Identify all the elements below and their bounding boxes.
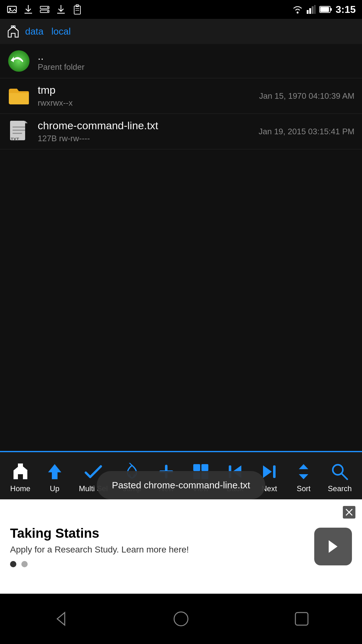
storage-icon — [39, 4, 50, 15]
svg-point-23 — [8, 50, 30, 72]
file-meta-chrome: 127B rw-rw---- — [38, 134, 259, 143]
breadcrumb-path: data local — [25, 26, 71, 37]
svg-rect-10 — [74, 6, 80, 14]
svg-point-6 — [47, 7, 48, 8]
ad-subtitle: Apply for a Research Study. Learn more h… — [10, 545, 314, 555]
toolbar-up-label: Up — [50, 484, 59, 493]
file-name-chrome: chrome-command-line.txt — [38, 119, 259, 132]
search-toolbar-icon — [330, 462, 350, 482]
file-info-chrome: chrome-command-line.txt 127B rw-rw---- — [38, 119, 259, 143]
svg-rect-53 — [295, 613, 308, 625]
gallery-icon — [6, 4, 18, 15]
svg-point-7 — [47, 11, 48, 12]
svg-marker-47 — [329, 540, 337, 553]
navigation-bar — [0, 594, 362, 644]
ad-close-button[interactable] — [341, 504, 357, 520]
folder-item-tmp[interactable]: tmp rwxrwx--x Jan 15, 1970 04:10:39 AM — [0, 78, 362, 114]
ad-arrow-button[interactable] — [314, 528, 352, 565]
toolbar-up[interactable]: Up — [38, 458, 71, 496]
file-item-chrome-txt[interactable]: TXT chrome-command-line.txt 127B rw-rw--… — [0, 114, 362, 149]
svg-rect-17 — [312, 6, 314, 14]
dot-1 — [10, 561, 16, 567]
status-icons-left — [6, 4, 83, 15]
toolbar-search[interactable]: Search — [321, 458, 358, 496]
txt-file-icon: TXT — [8, 120, 30, 143]
svg-rect-35 — [193, 464, 200, 471]
download2-icon — [55, 4, 67, 15]
svg-line-32 — [129, 463, 132, 465]
status-bar: 3:15 — [0, 0, 362, 19]
toolbar-sort-label: Sort — [297, 484, 310, 493]
svg-rect-42 — [273, 465, 276, 478]
sort-toolbar-icon — [293, 462, 314, 482]
file-date-chrome: Jan 19, 2015 03:15:41 PM — [259, 127, 354, 136]
toolbar-home[interactable]: Home — [4, 458, 37, 496]
svg-marker-43 — [299, 464, 308, 469]
svg-rect-36 — [201, 464, 208, 471]
file-info-tmp: tmp rwxrwx--x — [38, 84, 259, 108]
ad-content: Taking Statins Apply for a Research Stud… — [10, 526, 314, 567]
svg-rect-18 — [314, 5, 315, 14]
breadcrumb-bar: data local — [0, 19, 362, 44]
svg-rect-20 — [331, 8, 332, 11]
clipboard-icon — [72, 4, 83, 15]
svg-point-1 — [9, 8, 11, 10]
parent-dots: .. — [38, 50, 85, 62]
svg-line-46 — [342, 474, 347, 479]
nav-recent-button[interactable] — [286, 603, 317, 635]
download-icon — [23, 4, 34, 15]
svg-rect-15 — [307, 10, 309, 14]
home-breadcrumb-icon[interactable] — [6, 25, 20, 38]
wifi-icon — [292, 5, 303, 14]
svg-marker-31 — [48, 464, 61, 479]
nav-home-button[interactable] — [165, 603, 197, 635]
file-date-tmp: Jan 15, 1970 04:10:39 AM — [259, 91, 354, 101]
file-list: .. Parent folder tmp rwxrwx--x Jan 15, 1… — [0, 44, 362, 449]
svg-rect-16 — [309, 8, 311, 14]
folder-icon — [8, 85, 30, 107]
parent-info: .. Parent folder — [38, 50, 85, 72]
svg-marker-44 — [299, 474, 308, 479]
file-meta-tmp: rwxrwx--x — [38, 98, 259, 108]
status-right: 3:15 — [292, 4, 356, 15]
ad-title: Taking Statins — [10, 526, 314, 541]
home-toolbar-icon — [10, 462, 30, 482]
dot-2 — [21, 561, 28, 567]
svg-rect-21 — [320, 7, 329, 12]
parent-label: Parent folder — [38, 62, 85, 72]
ad-banner: Taking Statins Apply for a Research Stud… — [0, 499, 362, 594]
svg-marker-25 — [25, 121, 28, 123]
battery-icon — [319, 6, 332, 13]
svg-point-52 — [174, 612, 188, 626]
time-display: 3:15 — [336, 4, 356, 15]
back-arrow-icon — [8, 50, 30, 72]
file-name-tmp: tmp — [38, 84, 259, 96]
ad-dots — [10, 561, 314, 567]
toolbar-sort[interactable]: Sort — [287, 458, 320, 496]
svg-text:TXT: TXT — [11, 137, 19, 142]
toast-message: Pasted chrome-command-line.txt — [112, 480, 250, 491]
toast-notification: Pasted chrome-command-line.txt — [97, 471, 265, 499]
up-toolbar-icon — [45, 462, 65, 482]
svg-marker-41 — [263, 465, 272, 478]
parent-folder-item[interactable]: .. Parent folder — [0, 44, 362, 78]
signal-icon — [307, 5, 315, 14]
toolbar-home-label: Home — [10, 484, 30, 493]
svg-rect-30 — [18, 464, 23, 467]
toolbar-search-label: Search — [328, 484, 352, 493]
svg-marker-51 — [57, 613, 65, 625]
svg-point-14 — [297, 12, 299, 14]
nav-back-button[interactable] — [45, 603, 76, 635]
